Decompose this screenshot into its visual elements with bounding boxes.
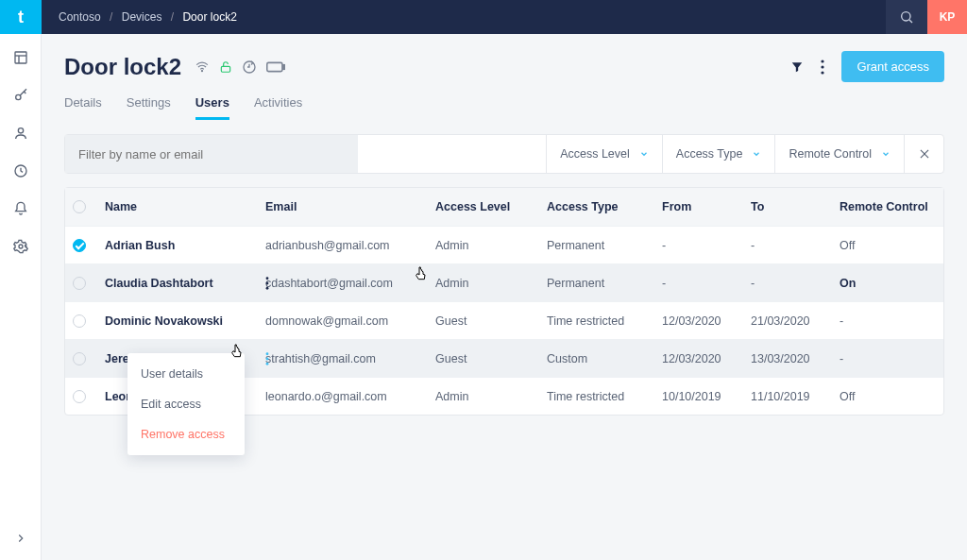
row-checkbox[interactable] bbox=[73, 314, 86, 328]
clock-icon bbox=[13, 163, 28, 178]
row-actions[interactable] bbox=[258, 277, 277, 290]
svg-rect-10 bbox=[221, 66, 229, 72]
select-all-checkbox[interactable] bbox=[73, 200, 86, 213]
table-header: Name Email Access Level Access Type From… bbox=[65, 188, 943, 226]
col-to[interactable]: To bbox=[751, 200, 840, 213]
cell-from: 12/03/2020 bbox=[662, 314, 751, 328]
sidebar-expand[interactable] bbox=[12, 530, 29, 547]
cell-from: - bbox=[662, 239, 751, 252]
battery-icon bbox=[266, 61, 285, 73]
col-type[interactable]: Access Type bbox=[547, 200, 662, 213]
sidebar-item-users[interactable] bbox=[12, 125, 29, 142]
tab-activities[interactable]: Activities bbox=[254, 95, 302, 120]
cell-to: 21/03/2020 bbox=[751, 314, 840, 328]
chevron-down-icon bbox=[752, 149, 761, 159]
app-logo[interactable]: t bbox=[0, 0, 42, 34]
filter-toggle[interactable] bbox=[790, 60, 804, 74]
cell-type: Permanent bbox=[547, 277, 662, 290]
col-remote[interactable]: Remote Control bbox=[840, 200, 943, 213]
chevron-down-icon bbox=[639, 149, 649, 159]
filter-access-level[interactable]: Access Level bbox=[546, 135, 662, 173]
key-icon bbox=[13, 88, 28, 103]
cell-to: 13/03/2020 bbox=[751, 352, 840, 365]
filter-label: Access Type bbox=[676, 147, 743, 161]
cell-remote: - bbox=[840, 314, 943, 328]
col-email[interactable]: Email bbox=[265, 200, 435, 213]
cell-type: Permanent bbox=[547, 239, 662, 252]
cell-level: Guest bbox=[435, 314, 547, 328]
menu-remove-access[interactable]: Remove access bbox=[127, 419, 245, 450]
row-checkbox[interactable] bbox=[73, 239, 86, 252]
topbar: Contoso / Devices / Door lock2 bbox=[42, 0, 886, 34]
filter-access-type[interactable]: Access Type bbox=[662, 135, 775, 173]
more-vertical-icon bbox=[821, 59, 824, 75]
svg-point-0 bbox=[902, 12, 910, 21]
svg-point-22 bbox=[266, 352, 269, 355]
menu-edit-access[interactable]: Edit access bbox=[127, 389, 245, 419]
cell-name: Adrian Bush bbox=[105, 239, 265, 252]
sidebar-item-dashboard[interactable] bbox=[12, 49, 29, 66]
sidebar-item-keys[interactable] bbox=[12, 87, 29, 104]
svg-point-14 bbox=[822, 59, 824, 62]
table-row[interactable]: Dominic Novakowski domnowak@gmail.com Gu… bbox=[65, 301, 943, 339]
svg-point-8 bbox=[19, 245, 23, 248]
filter-bar: Access Level Access Type Remote Control bbox=[64, 134, 944, 174]
sidebar-item-analytics[interactable] bbox=[12, 162, 29, 179]
svg-point-9 bbox=[201, 70, 202, 71]
row-actions[interactable] bbox=[258, 352, 277, 365]
more-button[interactable] bbox=[821, 59, 824, 75]
row-checkbox[interactable] bbox=[73, 352, 86, 365]
cell-email: domnowak@gmail.com bbox=[265, 314, 435, 328]
cell-remote: Off bbox=[840, 390, 943, 403]
filter-input[interactable] bbox=[65, 135, 358, 173]
table-row[interactable]: Claudia Dashtabort cdashtabort@gmail.com… bbox=[65, 263, 943, 301]
filter-remote-control[interactable]: Remote Control bbox=[774, 135, 904, 173]
cell-remote: - bbox=[840, 352, 943, 365]
table-row[interactable]: Adrian Bush adrianbush@gmail.com Admin P… bbox=[65, 226, 943, 263]
cell-email: strahtish@gmail.com bbox=[265, 352, 435, 365]
svg-point-23 bbox=[266, 357, 269, 360]
funnel-icon bbox=[790, 60, 804, 74]
cell-to: 11/10/2019 bbox=[751, 390, 840, 403]
row-checkbox[interactable] bbox=[73, 390, 86, 403]
breadcrumb-root[interactable]: Contoso bbox=[59, 10, 101, 24]
row-checkbox[interactable] bbox=[73, 277, 86, 290]
sidebar-item-settings[interactable] bbox=[12, 238, 29, 255]
cell-level: Guest bbox=[435, 352, 547, 365]
svg-rect-13 bbox=[283, 64, 285, 69]
breadcrumb-sep: / bbox=[171, 10, 174, 24]
tab-details[interactable]: Details bbox=[64, 95, 102, 120]
svg-point-15 bbox=[822, 65, 824, 68]
menu-user-details[interactable]: User details bbox=[127, 359, 245, 389]
clear-filters[interactable] bbox=[904, 135, 943, 173]
svg-point-16 bbox=[822, 71, 824, 74]
cell-type: Custom bbox=[547, 352, 662, 365]
svg-line-1 bbox=[909, 20, 912, 23]
tab-settings[interactable]: Settings bbox=[127, 95, 171, 120]
grant-access-button[interactable]: Grant access bbox=[841, 51, 944, 82]
breadcrumb-mid[interactable]: Devices bbox=[122, 10, 162, 24]
svg-point-6 bbox=[18, 128, 23, 133]
svg-point-20 bbox=[266, 281, 269, 284]
col-from[interactable]: From bbox=[662, 200, 751, 213]
row-context-menu: User details Edit access Remove access bbox=[127, 353, 245, 455]
sync-icon bbox=[242, 59, 257, 75]
cell-email: adrianbush@gmail.com bbox=[265, 239, 435, 252]
cell-remote: Off bbox=[840, 239, 943, 252]
col-level[interactable]: Access Level bbox=[435, 200, 547, 213]
gear-icon bbox=[13, 239, 28, 254]
sidebar-item-alerts[interactable] bbox=[12, 200, 29, 217]
tab-users[interactable]: Users bbox=[195, 95, 229, 120]
avatar[interactable]: KP bbox=[927, 0, 967, 34]
cell-email: cdashtabort@gmail.com bbox=[265, 277, 435, 290]
cell-level: Admin bbox=[435, 239, 547, 252]
cell-level: Admin bbox=[435, 390, 547, 403]
col-name[interactable]: Name bbox=[105, 200, 265, 213]
search-button[interactable] bbox=[886, 0, 927, 34]
more-vertical-icon bbox=[265, 277, 269, 290]
unlock-icon bbox=[219, 59, 232, 75]
cell-remote: On bbox=[840, 277, 943, 290]
user-icon bbox=[13, 126, 28, 141]
svg-point-19 bbox=[266, 277, 269, 280]
breadcrumb: Contoso / Devices / Door lock2 bbox=[59, 10, 237, 24]
